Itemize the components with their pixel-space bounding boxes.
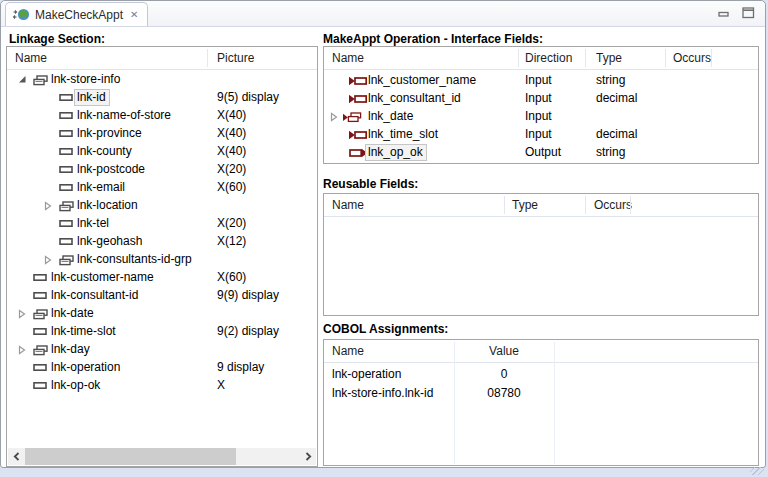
tree-row-name: lnk-id <box>74 89 110 106</box>
horizontal-scrollbar[interactable] <box>8 448 316 465</box>
tree-row-name: lnk-name-of-store <box>77 108 171 122</box>
tree-row[interactable]: lnk-postcodeX(20) <box>7 160 317 178</box>
interface-fields-panel: Name Direction Type Occurs lnk_customer_… <box>323 46 759 164</box>
tree-row[interactable]: lnk-store-info <box>7 70 317 88</box>
column-divider[interactable] <box>665 49 666 67</box>
tree-row[interactable]: lnk-operation9 display <box>7 358 317 376</box>
scroll-left-icon[interactable] <box>8 448 25 465</box>
tree-row[interactable]: lnk-emailX(60) <box>7 178 317 196</box>
expand-toggle-icon[interactable] <box>330 112 338 122</box>
column-header-picture[interactable]: Picture <box>217 51 254 65</box>
column-divider[interactable] <box>585 196 586 214</box>
column-header-type[interactable]: Type <box>596 51 622 65</box>
tree-row-name: lnk-location <box>77 198 138 212</box>
column-divider[interactable] <box>207 49 208 67</box>
tree-row[interactable]: lnk-id9(5) display <box>7 88 317 106</box>
resize-grip[interactable] <box>750 467 764 475</box>
tree-row[interactable]: lnk-location <box>7 196 317 214</box>
close-icon[interactable]: ✕ <box>128 9 140 21</box>
tree-row-picture: 9 display <box>217 360 264 374</box>
column-divider[interactable] <box>711 49 712 67</box>
interface-field-name: lnk_customer_name <box>368 73 476 87</box>
scrollbar-thumb[interactable] <box>25 448 236 465</box>
tree-row[interactable]: lnk-customer-nameX(60) <box>7 268 317 286</box>
field-icon <box>59 93 73 102</box>
expand-toggle-icon[interactable] <box>44 201 52 211</box>
tree-row-picture: X(60) <box>217 270 246 284</box>
column-header-direction[interactable]: Direction <box>525 51 572 65</box>
tree-row[interactable]: lnk-consultants-id-grp <box>7 250 317 268</box>
column-header-value[interactable]: Value <box>454 344 554 358</box>
tree-row-picture: X(12) <box>217 234 246 248</box>
tree-row[interactable]: lnk-countyX(40) <box>7 142 317 160</box>
tree-row-name: lnk-county <box>77 144 132 158</box>
tree-row-name: lnk-op-ok <box>51 378 100 392</box>
expand-toggle-icon[interactable] <box>44 255 52 265</box>
column-divider[interactable] <box>630 196 631 214</box>
assignment-value: 08780 <box>454 386 554 400</box>
interface-field-row[interactable]: lnk_customer_nameInputstring <box>324 71 758 89</box>
interface-field-direction: Input <box>525 127 552 141</box>
column-header-name[interactable]: Name <box>332 198 364 212</box>
tree-row[interactable]: lnk-day <box>7 340 317 358</box>
assignment-name: lnk-operation <box>332 367 401 381</box>
interface-field-row[interactable]: lnk_dateInput <box>324 107 758 125</box>
assignment-row[interactable]: lnk-operation0 <box>324 364 758 383</box>
interface-field-name: lnk_date <box>368 109 413 123</box>
column-divider[interactable] <box>585 49 586 67</box>
column-divider[interactable] <box>504 196 505 214</box>
interface-field-row[interactable]: lnk_time_slotInputdecimal <box>324 125 758 143</box>
interface-field-name: lnk_consultant_id <box>368 91 461 105</box>
tree-row-picture: 9(9) display <box>217 288 279 302</box>
input-field-icon <box>349 76 368 86</box>
tree-row-name: lnk-time-slot <box>51 324 116 338</box>
column-divider[interactable] <box>518 49 519 67</box>
scroll-right-icon[interactable] <box>299 448 316 465</box>
cobol-assignments-body: lnk-operation0lnk-store-info.lnk-id08780 <box>324 364 758 402</box>
tree-row[interactable]: lnk-provinceX(40) <box>7 124 317 142</box>
cobol-assignments-header: Name Value <box>324 340 758 363</box>
cobol-assignments-label: COBOL Assignments: <box>323 322 448 336</box>
tree-row[interactable]: lnk-time-slot9(2) display <box>7 322 317 340</box>
field-icon <box>59 147 73 156</box>
column-divider <box>554 342 555 464</box>
expand-toggle-icon[interactable] <box>18 345 26 355</box>
column-header-name[interactable]: Name <box>332 344 364 358</box>
field-icon <box>33 363 47 372</box>
interface-field-row[interactable]: lnk_op_okOutputstring <box>324 143 758 161</box>
field-icon <box>59 129 73 138</box>
interface-field-name: lnk_time_slot <box>368 127 438 141</box>
linkage-tree-panel: Name Picture lnk-store-infolnk-id9(5) di… <box>6 46 318 467</box>
expand-toggle-icon[interactable] <box>18 309 26 319</box>
group-icon <box>59 255 74 266</box>
maximize-view-button[interactable] <box>741 7 755 19</box>
column-divider <box>454 342 455 464</box>
tree-row[interactable]: lnk-name-of-storeX(40) <box>7 106 317 124</box>
minimize-view-button[interactable] <box>717 7 731 19</box>
tree-row-name: lnk-day <box>51 342 90 356</box>
interface-field-row[interactable]: lnk_consultant_idInputdecimal <box>324 89 758 107</box>
column-header-name[interactable]: Name <box>15 51 47 65</box>
assignment-value: 0 <box>454 367 554 381</box>
column-header-occurs[interactable]: Occurs <box>673 51 711 65</box>
tree-row[interactable]: lnk-telX(20) <box>7 214 317 232</box>
field-icon <box>33 273 47 282</box>
column-header-name[interactable]: Name <box>332 51 364 65</box>
assignment-name: lnk-store-info.lnk-id <box>332 386 433 400</box>
group-icon <box>33 309 48 320</box>
tree-row-name: lnk-geohash <box>77 234 142 248</box>
interface-field-direction: Input <box>525 73 552 87</box>
collapse-toggle-icon[interactable] <box>18 75 27 84</box>
input-field-icon <box>349 130 368 140</box>
tree-row[interactable]: lnk-consultant-id9(9) display <box>7 286 317 304</box>
assignment-row[interactable]: lnk-store-info.lnk-id08780 <box>324 383 758 402</box>
column-header-type[interactable]: Type <box>512 198 538 212</box>
tree-row[interactable]: lnk-geohashX(12) <box>7 232 317 250</box>
tab-makecheckappt[interactable]: MakeCheckAppt ✕ <box>5 2 148 26</box>
tree-row-picture: X(40) <box>217 126 246 140</box>
tree-row-picture: X(60) <box>217 180 246 194</box>
column-header-occurs[interactable]: Occurs <box>594 198 632 212</box>
tree-row[interactable]: lnk-date <box>7 304 317 322</box>
field-icon <box>59 111 73 120</box>
tree-row[interactable]: lnk-op-okX <box>7 376 317 394</box>
